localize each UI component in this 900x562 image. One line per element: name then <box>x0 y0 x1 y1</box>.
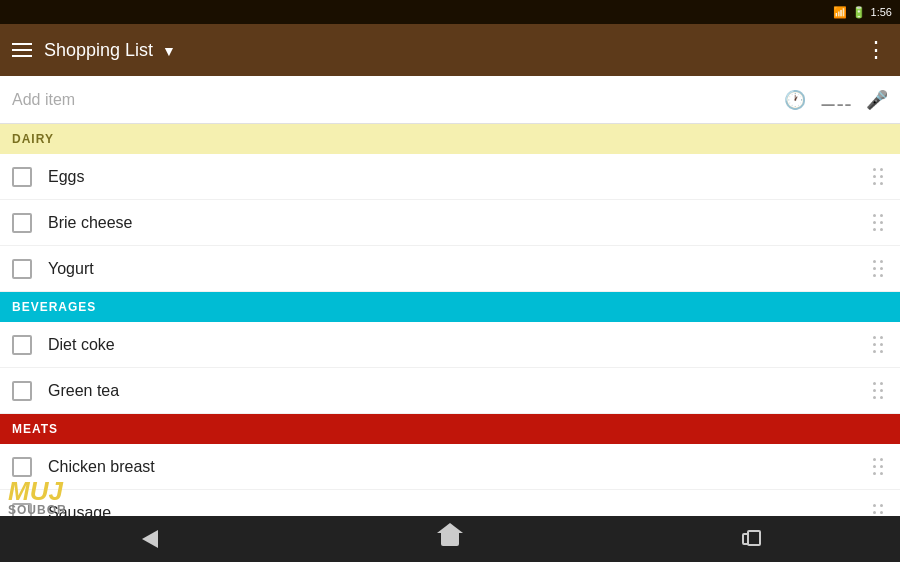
list-item: Yogurt <box>0 246 900 292</box>
clock-icon[interactable]: 🕐 <box>784 89 806 111</box>
dropdown-icon[interactable]: ▼ <box>162 43 176 59</box>
item-label-sausage: Sausage <box>48 504 869 517</box>
item-label-chicken-breast: Chicken breast <box>48 458 869 476</box>
watermark: MUJ SOUBOR <box>8 478 67 516</box>
battery-icon: 🔋 <box>852 6 866 19</box>
item-label-brie-cheese: Brie cheese <box>48 214 869 232</box>
list-item: Green tea <box>0 368 900 414</box>
drag-handle[interactable] <box>869 378 888 404</box>
list-item: Chicken breast <box>0 444 900 490</box>
watermark-line1: MUJ <box>8 478 67 504</box>
app-bar-title: Shopping List ▼ <box>44 40 853 61</box>
watermark-line2: SOUBOR <box>8 504 67 516</box>
item-label-eggs: Eggs <box>48 168 869 186</box>
item-checkbox-brie-cheese[interactable] <box>12 213 32 233</box>
list-item: Sausage <box>0 490 900 516</box>
add-item-icons: 🕐 ⚊⚋ 🎤 <box>784 89 888 111</box>
item-label-green-tea: Green tea <box>48 382 869 400</box>
recent-icon <box>742 533 758 545</box>
item-checkbox-eggs[interactable] <box>12 167 32 187</box>
drag-handle[interactable] <box>869 256 888 282</box>
drag-handle[interactable] <box>869 500 888 517</box>
barcode-icon[interactable]: ⚊⚋ <box>820 89 852 111</box>
category-label-dairy: DAIRY <box>12 132 54 146</box>
home-icon <box>441 532 459 546</box>
drag-handle[interactable] <box>869 454 888 480</box>
category-header-meats: MEATS <box>0 414 900 444</box>
category-header-beverages: BEVERAGES <box>0 292 900 322</box>
more-icon[interactable]: ⋮ <box>865 37 888 63</box>
item-label-yogurt: Yogurt <box>48 260 869 278</box>
drag-handle[interactable] <box>869 164 888 190</box>
shopping-list: DAIRYEggsBrie cheeseYogurtBEVERAGESDiet … <box>0 124 900 516</box>
drag-handle[interactable] <box>869 332 888 358</box>
item-checkbox-diet-coke[interactable] <box>12 335 32 355</box>
status-bar: 📶 🔋 1:56 <box>0 0 900 24</box>
item-checkbox-chicken-breast[interactable] <box>12 457 32 477</box>
mic-icon[interactable]: 🎤 <box>866 89 888 111</box>
menu-icon[interactable] <box>12 43 32 57</box>
add-item-bar: 🕐 ⚊⚋ 🎤 <box>0 76 900 124</box>
list-item: Diet coke <box>0 322 900 368</box>
add-item-input[interactable] <box>12 91 776 109</box>
status-icons: 📶 🔋 1:56 <box>833 6 892 19</box>
item-checkbox-green-tea[interactable] <box>12 381 32 401</box>
back-icon <box>142 530 158 548</box>
item-label-diet-coke: Diet coke <box>48 336 869 354</box>
wifi-icon: 📶 <box>833 6 847 19</box>
category-header-dairy: DAIRY <box>0 124 900 154</box>
back-button[interactable] <box>130 519 170 559</box>
recent-button[interactable] <box>730 519 770 559</box>
list-item: Eggs <box>0 154 900 200</box>
category-label-meats: MEATS <box>12 422 58 436</box>
item-checkbox-yogurt[interactable] <box>12 259 32 279</box>
time-display: 1:56 <box>871 6 892 18</box>
category-label-beverages: BEVERAGES <box>12 300 96 314</box>
home-button[interactable] <box>430 519 470 559</box>
nav-bar <box>0 516 900 562</box>
app-bar: Shopping List ▼ ⋮ <box>0 24 900 76</box>
list-item: Brie cheese <box>0 200 900 246</box>
drag-handle[interactable] <box>869 210 888 236</box>
